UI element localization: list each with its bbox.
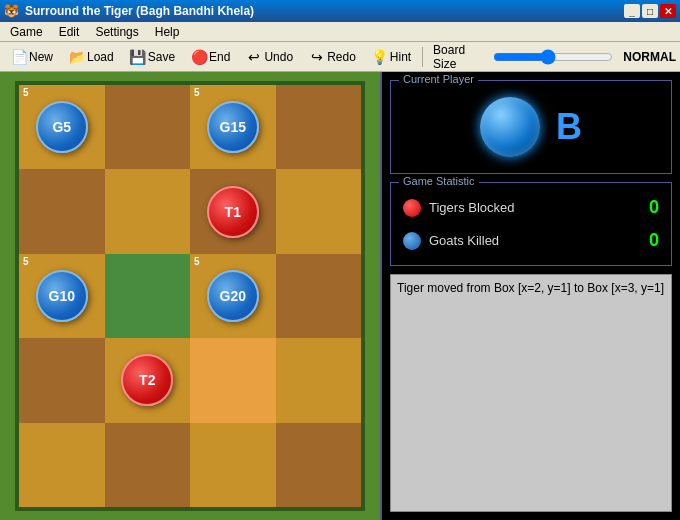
menu-bar: Game Edit Settings Help — [0, 22, 680, 42]
hint-icon: 💡 — [372, 49, 388, 65]
new-button[interactable]: 📄 New — [4, 45, 60, 69]
new-icon: 📄 — [11, 49, 27, 65]
redo-icon: ↪ — [309, 49, 325, 65]
tigers-blocked-label: Tigers Blocked — [429, 200, 515, 215]
cell-4-2[interactable] — [190, 423, 276, 507]
board-size-label: Board Size — [433, 43, 487, 71]
current-player-label: Current Player — [399, 73, 478, 85]
cell-2-1[interactable] — [105, 254, 191, 338]
undo-label: Undo — [264, 50, 293, 64]
end-label: End — [209, 50, 230, 64]
board-area: 5 G5 5 G15 T1 5 G10 5 — [0, 72, 380, 520]
redo-label: Redo — [327, 50, 356, 64]
cell-1-2[interactable]: T1 — [190, 169, 276, 253]
hint-label: Hint — [390, 50, 411, 64]
menu-edit[interactable]: Edit — [53, 23, 86, 41]
save-label: Save — [148, 50, 175, 64]
cell-label-2-0: 5 — [23, 256, 29, 267]
menu-game[interactable]: Game — [4, 23, 49, 41]
cell-3-2[interactable] — [190, 338, 276, 422]
cell-3-0[interactable] — [19, 338, 105, 422]
window-controls: _ □ ✕ — [624, 4, 676, 18]
cell-4-1[interactable] — [105, 423, 191, 507]
log-section: Tiger moved from Box [x=2, y=1] to Box [… — [390, 274, 672, 512]
goats-killed-left: Goats Killed — [403, 232, 499, 250]
window-icon: 🐯 — [4, 4, 19, 18]
toolbar-separator — [422, 47, 423, 67]
menu-settings[interactable]: Settings — [89, 23, 144, 41]
toolbar: 📄 New 📂 Load 💾 Save 🔴 End ↩ Undo ↪ Redo … — [0, 42, 680, 72]
player-letter: B — [556, 106, 582, 148]
undo-button[interactable]: ↩ Undo — [239, 45, 300, 69]
tigers-blocked-row: Tigers Blocked 0 — [399, 191, 663, 224]
goats-killed-indicator — [403, 232, 421, 250]
piece-T2[interactable]: T2 — [121, 354, 173, 406]
board-size-slider[interactable] — [493, 49, 613, 65]
load-button[interactable]: 📂 Load — [62, 45, 121, 69]
goats-killed-value: 0 — [649, 230, 659, 251]
game-board: 5 G5 5 G15 T1 5 G10 5 — [15, 81, 365, 511]
cell-0-2[interactable]: 5 G15 — [190, 85, 276, 169]
stats-section: Game Statistic Tigers Blocked 0 Goats Ki… — [390, 182, 672, 266]
cell-2-2[interactable]: 5 G20 — [190, 254, 276, 338]
log-text: Tiger moved from Box [x=2, y=1] to Box [… — [397, 281, 664, 295]
piece-G20[interactable]: G20 — [207, 270, 259, 322]
cell-0-0[interactable]: 5 G5 — [19, 85, 105, 169]
close-button[interactable]: ✕ — [660, 4, 676, 18]
title-bar: 🐯 Surround the Tiger (Bagh Bandhi Khela)… — [0, 0, 680, 22]
tigers-blocked-value: 0 — [649, 197, 659, 218]
piece-T1[interactable]: T1 — [207, 186, 259, 238]
cell-1-0[interactable] — [19, 169, 105, 253]
end-icon: 🔴 — [191, 49, 207, 65]
goats-killed-row: Goats Killed 0 — [399, 224, 663, 257]
cell-label-2-2: 5 — [194, 256, 200, 267]
hint-button[interactable]: 💡 Hint — [365, 45, 418, 69]
cell-0-3[interactable] — [276, 85, 362, 169]
piece-G5[interactable]: G5 — [36, 101, 88, 153]
cell-3-3[interactable] — [276, 338, 362, 422]
menu-help[interactable]: Help — [149, 23, 186, 41]
main-content: 5 G5 5 G15 T1 5 G10 5 — [0, 72, 680, 520]
normal-label: NORMAL — [623, 50, 676, 64]
piece-G15[interactable]: G15 — [207, 101, 259, 153]
cell-0-1[interactable] — [105, 85, 191, 169]
undo-icon: ↩ — [246, 49, 262, 65]
tigers-blocked-indicator — [403, 199, 421, 217]
maximize-button[interactable]: □ — [642, 4, 658, 18]
piece-G10[interactable]: G10 — [36, 270, 88, 322]
cell-4-3[interactable] — [276, 423, 362, 507]
end-button[interactable]: 🔴 End — [184, 45, 237, 69]
new-label: New — [29, 50, 53, 64]
cell-2-0[interactable]: 5 G10 — [19, 254, 105, 338]
cell-4-0[interactable] — [19, 423, 105, 507]
right-panel: Current Player B Game Statistic Tigers B… — [380, 72, 680, 520]
title-bar-left: 🐯 Surround the Tiger (Bagh Bandhi Khela) — [4, 4, 254, 18]
current-player-section: Current Player B — [390, 80, 672, 174]
player-ball — [480, 97, 540, 157]
stats-section-label: Game Statistic — [399, 175, 479, 187]
cell-1-3[interactable] — [276, 169, 362, 253]
cell-1-1[interactable] — [105, 169, 191, 253]
cell-3-1[interactable]: T2 — [105, 338, 191, 422]
save-icon: 💾 — [130, 49, 146, 65]
cell-2-3[interactable] — [276, 254, 362, 338]
cell-label-0-2: 5 — [194, 87, 200, 98]
player-display: B — [399, 89, 663, 165]
redo-button[interactable]: ↪ Redo — [302, 45, 363, 69]
minimize-button[interactable]: _ — [624, 4, 640, 18]
cell-label-0-0: 5 — [23, 87, 29, 98]
save-button[interactable]: 💾 Save — [123, 45, 182, 69]
tigers-blocked-left: Tigers Blocked — [403, 199, 515, 217]
window-title: Surround the Tiger (Bagh Bandhi Khela) — [25, 4, 254, 18]
load-icon: 📂 — [69, 49, 85, 65]
goats-killed-label: Goats Killed — [429, 233, 499, 248]
load-label: Load — [87, 50, 114, 64]
